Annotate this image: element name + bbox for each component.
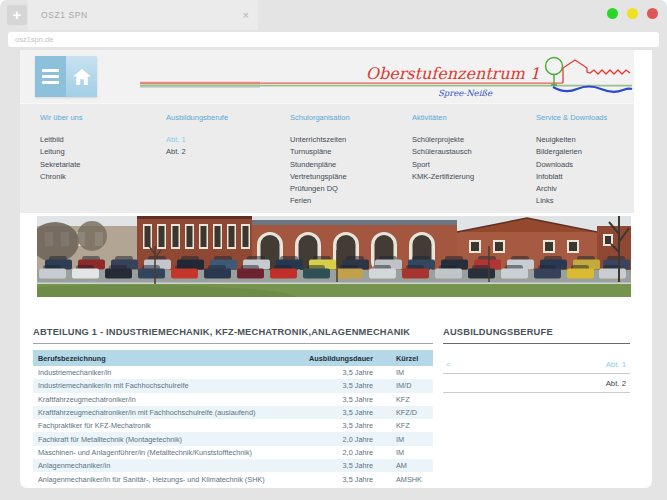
menu-item[interactable]: Sekretariate [40, 159, 83, 171]
table-row: Fachpraktiker für KFZ-Mechatronik3,5 Jah… [33, 419, 433, 432]
menu-column-header[interactable]: Schulorganisation [290, 113, 350, 122]
window-controls [607, 8, 658, 19]
menu-item[interactable]: Abt. 1 [166, 134, 228, 146]
job-code: AMSHK [373, 472, 433, 485]
job-code: KFZ [373, 393, 433, 406]
table-row: Kraftfahrzeugmechatroniker/in mit Fachho… [33, 406, 433, 419]
mega-menu: Wir über unsLeitbildLeitungSekretariateC… [20, 103, 634, 213]
job-duration: 3,5 Jahre [273, 419, 373, 432]
job-duration: 2,0 Jahre [273, 432, 373, 445]
table-header-row: BerufsbezeichnungAusbildungsdauerKürzel [33, 350, 433, 366]
menu-item[interactable]: Leitung [40, 146, 83, 158]
home-button[interactable] [66, 56, 97, 97]
sidebar-item[interactable]: Abt. 2 [443, 374, 630, 393]
menu-button[interactable] [35, 56, 66, 97]
page-viewport: Oberstufenzentrum 1 Spree-Neiße Wir über… [20, 50, 652, 488]
table-column-header: Ausbildungsdauer [273, 350, 373, 366]
menu-item[interactable]: Unterrichtszeiten [290, 134, 350, 146]
job-duration: 3,5 Jahre [273, 459, 373, 472]
table-row: Kraftfahrzeugmechatroniker/in3,5 JahreKF… [33, 393, 433, 406]
logo-title: Oberstufenzentrum 1 [366, 64, 540, 83]
campus-photo-frame [34, 213, 634, 300]
job-name: Anlagenmechaniker/in für Sanitär-, Heizu… [33, 472, 273, 485]
menu-item[interactable]: Downloads [536, 159, 607, 171]
job-name: Industriemechaniker/in [33, 366, 273, 379]
nav-buttons [35, 56, 97, 97]
jobs-table-body: Industriemechaniker/in3,5 JahreIMIndustr… [33, 366, 433, 486]
menu-item[interactable]: Schülerprojekte [412, 134, 474, 146]
close-light-red[interactable] [647, 8, 658, 19]
site-header: Oberstufenzentrum 1 Spree-Neiße [20, 50, 634, 103]
menu-item[interactable]: Infoblatt [536, 171, 607, 183]
menu-item[interactable]: Abt. 2 [166, 146, 228, 158]
job-code: IM [373, 432, 433, 445]
jobs-table: BerufsbezeichnungAusbildungsdauerKürzel … [33, 350, 433, 486]
job-code: KFZ [373, 419, 433, 432]
menu-column-ausbildungsberufe: AusbildungsberufeAbt. 1Abt. 2 [166, 104, 228, 159]
home-icon [73, 69, 91, 85]
job-duration: 3,5 Jahre [273, 393, 373, 406]
table-column-header: Berufsbezeichnung [33, 350, 273, 366]
browser-window: + OSZ1 SPN × [0, 0, 667, 500]
menu-column-header[interactable]: Ausbildungsberufe [166, 113, 228, 122]
job-code: KFZ/D [373, 406, 433, 419]
school-logo[interactable]: Oberstufenzentrum 1 Spree-Neiße [135, 56, 634, 100]
menu-column-header[interactable]: Service & Downloads [536, 113, 607, 122]
job-duration: 2,0 Jahre [273, 446, 373, 459]
sidebar-item-label: Abt. 1 [606, 355, 626, 374]
hamburger-icon [42, 69, 59, 72]
tab-title: OSZ1 SPN [41, 0, 88, 30]
menu-item[interactable]: Stundenpläne [290, 159, 350, 171]
close-icon[interactable]: × [243, 0, 249, 30]
sidebar-item-label: Abt. 2 [606, 374, 626, 393]
table-row: Anlagenmechaniker/in3,5 JahreAM [33, 459, 433, 472]
menu-item[interactable]: Schüleraustausch [412, 146, 474, 158]
page-title: ABTEILUNG 1 - INDUSTRIEMECHANIK, KFZ-MEC… [33, 327, 433, 344]
restore-light-yellow[interactable] [627, 8, 638, 19]
table-row: Industriemechaniker/in3,5 JahreIM [33, 366, 433, 379]
menu-item[interactable]: Bildergalerien [536, 146, 607, 158]
menu-item[interactable]: Leitbild [40, 134, 83, 146]
menu-item[interactable]: Chronik [40, 171, 83, 183]
sidebar-list: <Abt. 1Abt. 2 [443, 355, 630, 393]
menu-item[interactable]: KMK-Zertifizierung [412, 171, 474, 183]
menu-item[interactable]: Ferien [290, 195, 350, 207]
browser-tab[interactable]: OSZ1 SPN × [28, 0, 258, 30]
table-row: Industriemechaniker/in mit Fachhochschul… [33, 379, 433, 392]
menu-item[interactable]: Turnuspläne [290, 146, 350, 158]
sidebar-item[interactable]: <Abt. 1 [443, 355, 630, 374]
menu-item[interactable]: Prüfungen DQ [290, 183, 350, 195]
new-tab-button[interactable]: + [7, 5, 27, 25]
menu-column-aktivitaeten: AktivitätenSchülerprojekteSchüleraustaus… [412, 104, 474, 183]
table-row: Anlagenmechaniker/in für Sanitär-, Heizu… [33, 472, 433, 485]
menu-column-service-downloads: Service & DownloadsNeuigkeitenBildergale… [536, 104, 607, 208]
minimize-light-green[interactable] [607, 8, 618, 19]
address-bar [8, 32, 659, 47]
menu-item[interactable]: Neuigkeiten [536, 134, 607, 146]
plus-icon: + [13, 6, 22, 23]
job-code: IM [373, 366, 433, 379]
menu-column-header[interactable]: Aktivitäten [412, 113, 474, 122]
job-name: Fachkraft für Metalltechnik (Montagetech… [33, 432, 273, 445]
table-row: Maschinen- und Anlagenführer/in (Metallt… [33, 446, 433, 459]
job-name: Kraftfahrzeugmechatroniker/in mit Fachho… [33, 406, 273, 419]
job-name: Anlagenmechaniker/in [33, 459, 273, 472]
house-zigzag-icon [563, 60, 630, 83]
menu-item[interactable]: Archiv [536, 183, 607, 195]
menu-column-header[interactable]: Wir über uns [40, 113, 83, 122]
job-code: IM/D [373, 379, 433, 392]
job-name: Fachpraktiker für KFZ-Mechatronik [33, 419, 273, 432]
job-name: Kraftfahrzeugmechatroniker/in [33, 393, 273, 406]
job-name: Industriemechaniker/in mit Fachhochschul… [33, 379, 273, 392]
logo-subtitle: Spree-Neiße [438, 88, 493, 98]
job-duration: 3,5 Jahre [273, 379, 373, 392]
table-column-header: Kürzel [373, 350, 433, 366]
url-input[interactable] [15, 32, 645, 47]
table-row: Fachkraft für Metalltechnik (Montagetech… [33, 432, 433, 445]
tree-icon [546, 58, 563, 86]
menu-item[interactable]: Links [536, 195, 607, 207]
job-name: Maschinen- und Anlagenführer/in (Metallt… [33, 446, 273, 459]
menu-item[interactable]: Vertretungspläne [290, 171, 350, 183]
campus-photo [37, 216, 631, 297]
menu-item[interactable]: Sport [412, 159, 474, 171]
